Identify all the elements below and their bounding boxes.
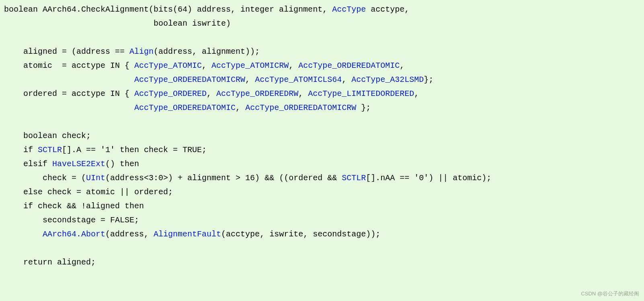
- blank-line: [4, 33, 9, 42]
- code-line: elsif: [4, 159, 52, 169]
- code-line: secondstage = FALSE;: [4, 216, 139, 225]
- code-line: [4, 103, 134, 112]
- code-line: (address<3:0>) + alignment > 16) && ((or…: [105, 173, 342, 183]
- code-line: [].nAA == '0') || atomic);: [366, 173, 491, 183]
- func-ref: HaveLSE2Ext: [52, 159, 105, 169]
- const-ref: AccType_ORDEREDATOMIC: [298, 61, 400, 70]
- code-line: };: [424, 75, 433, 84]
- code-line: ,: [245, 75, 255, 84]
- const-ref: AccType_ORDEREDATOMIC: [134, 103, 236, 112]
- code-line: ,: [202, 61, 211, 70]
- const-ref: AccType_ORDEREDATOMICRW: [245, 103, 356, 112]
- code-block: boolean AArch64.CheckAlignment(bits(64) …: [4, 2, 640, 269]
- code-line: (acctype, iswrite, secondstage));: [221, 230, 380, 239]
- code-line: ,: [298, 89, 308, 98]
- blank-line: [4, 117, 9, 126]
- code-line: boolean iswrite): [4, 19, 231, 28]
- const-ref: AccType_ATOMICRW: [211, 61, 289, 70]
- code-line: if check && !aligned then: [4, 201, 144, 211]
- code-line: boolean AArch64.CheckAlignment(bits(64) …: [4, 5, 332, 14]
- code-line: return aligned;: [4, 258, 96, 267]
- const-ref: AccType_ORDEREDRW: [216, 89, 298, 98]
- code-line: [].A == '1' then check = TRUE;: [62, 145, 207, 155]
- code-line: atomic = acctype IN {: [4, 61, 134, 70]
- func-ref: Align: [129, 47, 154, 56]
- blank-line: [4, 244, 9, 253]
- const-ref: AccType_ATOMIC: [134, 61, 202, 70]
- code-line: (address, alignment));: [154, 47, 260, 56]
- code-line: ,: [414, 89, 419, 98]
- code-line: acctype,: [366, 5, 409, 14]
- code-line: ,: [342, 75, 351, 84]
- code-line: ordered = acctype IN {: [4, 89, 134, 98]
- code-line: () then: [105, 159, 139, 169]
- code-line: ,: [207, 89, 216, 98]
- const-ref: AccType_ORDEREDATOMICRW: [134, 75, 245, 84]
- code-line: if: [4, 145, 38, 155]
- const-ref: AccType_ATOMICLS64: [255, 75, 342, 84]
- reg-ref: SCTLR: [342, 173, 366, 183]
- const-ref: AccType_ORDERED: [134, 89, 207, 98]
- code-line: else check = atomic || ordered;: [4, 187, 173, 197]
- func-ref: UInt: [86, 173, 105, 183]
- code-line: ,: [236, 103, 245, 112]
- code-line: };: [356, 103, 371, 112]
- code-line: aligned = (address ==: [4, 47, 129, 56]
- code-line: (address,: [105, 230, 154, 239]
- code-line: ,: [289, 61, 298, 70]
- code-line: ,: [400, 61, 404, 70]
- func-ref: AlignmentFault: [154, 230, 221, 239]
- code-line: [4, 230, 43, 239]
- code-line: [4, 75, 134, 84]
- const-ref: AccType_A32LSMD: [351, 75, 424, 84]
- const-ref: AccType_LIMITEDORDERED: [308, 89, 414, 98]
- reg-ref: SCTLR: [38, 145, 62, 155]
- code-line: check = (: [4, 173, 86, 183]
- watermark-text: CSDN @谷公子的藏经阁: [581, 289, 639, 299]
- type-ref: AccType: [332, 5, 366, 14]
- func-ref: AArch64.Abort: [43, 230, 105, 239]
- code-line: boolean check;: [4, 131, 91, 140]
